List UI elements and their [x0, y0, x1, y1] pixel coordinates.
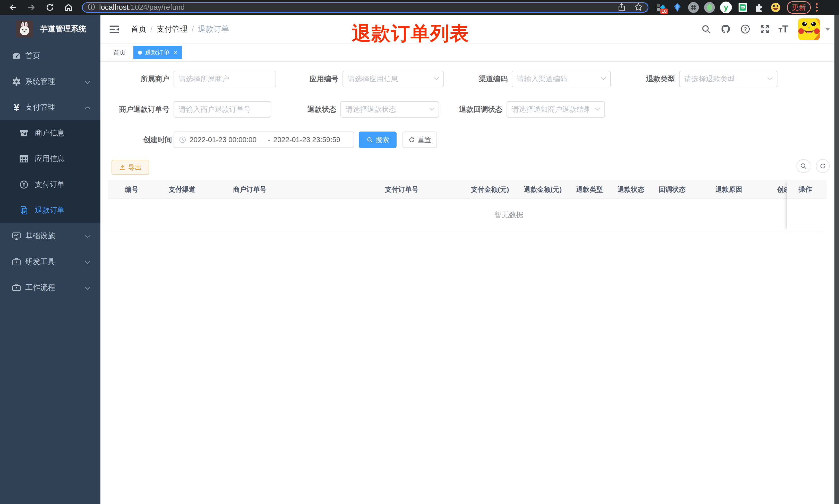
extension-command-icon[interactable]: [688, 2, 699, 13]
channel-select[interactable]: 请输入渠道编码: [512, 71, 611, 87]
chevron-down-icon: [85, 77, 91, 86]
reload-icon[interactable]: [44, 2, 56, 13]
tags-view-bar: 首页 退款订单 ×: [101, 44, 834, 61]
search-button[interactable]: 搜索: [359, 131, 397, 148]
home-icon[interactable]: [63, 2, 74, 13]
dashboard-icon: [11, 50, 22, 61]
sidebar-item-label: 工作流程: [25, 282, 55, 293]
sidebar-item-merchant-info[interactable]: 商户信息: [0, 120, 101, 146]
svg-text:?: ?: [744, 26, 747, 32]
table-search-toggle-button[interactable]: [797, 159, 810, 173]
extension-chat-icon[interactable]: [737, 2, 748, 13]
col-header-id: 编号: [125, 180, 138, 199]
chevron-down-icon: [85, 258, 91, 266]
sidebar-item-payment[interactable]: ¥ 支付管理: [0, 94, 101, 120]
user-avatar[interactable]: [798, 18, 820, 40]
filter-notify-status: 退款回调状态 请选择通知商户退款结果: [457, 101, 605, 118]
document-copy-icon: [18, 205, 30, 216]
col-header-callback-status: 回调状态: [659, 180, 685, 199]
filter-refund-type: 退款类型 请选择退款类型: [642, 71, 778, 87]
sidebar-item-refund-order[interactable]: 退款订单: [0, 197, 101, 223]
col-header-refund-status: 退款状态: [618, 180, 644, 199]
filter-label: 创建时间: [143, 135, 174, 145]
refund-status-select[interactable]: 请选择退款状态: [340, 101, 439, 118]
back-icon[interactable]: [7, 2, 19, 13]
sidebar-item-home[interactable]: 首页: [0, 43, 101, 69]
tab-home[interactable]: 首页: [109, 46, 130, 59]
extension-record-icon[interactable]: [704, 2, 715, 13]
share-icon[interactable]: [617, 3, 626, 12]
page-annotation-title: 退款订单列表: [352, 21, 469, 47]
col-header-create-time: 创建时间: [777, 180, 787, 199]
tab-refund-order[interactable]: 退款订单 ×: [133, 46, 182, 59]
search-icon[interactable]: [700, 23, 712, 35]
sidebar: 芋道管理系统 首页 系统管理 ¥ 支付管理 商户信息: [0, 15, 101, 504]
col-header-merchant-order: 商户订单号: [233, 180, 267, 199]
fullscreen-icon[interactable]: [759, 23, 771, 35]
merchant-input[interactable]: 请选择所属商户: [174, 71, 276, 87]
sidebar-item-system[interactable]: 系统管理: [0, 69, 101, 94]
sidebar-item-workflow[interactable]: 工作流程: [0, 275, 101, 300]
chevron-down-icon: [85, 232, 91, 240]
sidebar-item-label: 基础设施: [25, 231, 55, 241]
table-header-row: 编号 支付渠道 商户订单号 支付订单号 支付金额(元) 退款金额(元) 退款类型…: [108, 180, 827, 199]
address-bar[interactable]: localhost:1024/pay/refund: [82, 2, 648, 13]
sidebar-item-pay-order[interactable]: 支付订单: [0, 172, 101, 197]
profile-emoji-icon[interactable]: [770, 2, 781, 13]
storefront-icon: [18, 127, 30, 139]
date-end-value[interactable]: 2022-01-23 23:59:59: [273, 136, 348, 144]
tab-close-icon[interactable]: ×: [173, 49, 177, 56]
monitor-chart-icon: [11, 230, 22, 242]
filter-merchant: 所属商户 请选择所属商户: [139, 71, 276, 87]
browser-update-button[interactable]: 更新: [787, 1, 811, 14]
merchant-refund-no-input[interactable]: 请输入商户退款订单号: [174, 101, 271, 118]
bookmark-star-icon[interactable]: [634, 2, 643, 13]
github-icon[interactable]: [720, 23, 732, 35]
app-logo[interactable]: 芋道管理系统: [0, 15, 101, 43]
sidebar-item-app-info[interactable]: 应用信息: [0, 146, 101, 172]
date-start-value[interactable]: 2022-01-23 00:00:00: [190, 136, 265, 144]
browser-menu-icon[interactable]: [816, 3, 818, 12]
help-icon[interactable]: ?: [739, 23, 751, 35]
breadcrumb-home[interactable]: 首页: [131, 24, 146, 35]
date-separator: -: [268, 136, 270, 144]
filter-merchant-refund-no: 商户退款订单号 请输入商户退款订单号: [116, 101, 271, 118]
extension-badge: 10: [660, 8, 668, 14]
breadcrumb-separator: /: [150, 25, 153, 34]
site-info-icon[interactable]: [87, 3, 95, 12]
filter-label: 所属商户: [139, 74, 174, 84]
avatar-caret-icon[interactable]: [825, 28, 830, 31]
extension-y-icon[interactable]: y: [720, 2, 732, 13]
refund-type-select[interactable]: 请选择退款类型: [679, 71, 778, 87]
browser-scrollbar[interactable]: [834, 15, 839, 504]
sidebar-item-label: 研发工具: [25, 257, 55, 267]
app-select[interactable]: 请选择应用信息: [342, 71, 444, 87]
date-range-picker[interactable]: 2022-01-23 00:00:00 - 2022-01-23 23:59:5…: [174, 131, 354, 148]
navbar-actions: ? TT: [693, 15, 830, 43]
forward-icon[interactable]: [26, 2, 37, 13]
sidebar-item-dev-tools[interactable]: 研发工具: [0, 249, 101, 275]
screen: localhost:1024/pay/refund 10: [0, 0, 839, 504]
extension-gem-icon[interactable]: [672, 2, 683, 13]
table-refresh-button[interactable]: [816, 159, 830, 173]
sidebar-fold-icon[interactable]: [109, 24, 120, 35]
url-text[interactable]: localhost:1024/pay/refund: [99, 3, 185, 12]
tab-active-dot: [138, 51, 142, 55]
reset-button[interactable]: 重置: [403, 131, 437, 148]
app-title: 芋道管理系统: [40, 24, 86, 34]
sidebar-submenu-payment: 商户信息 应用信息 支付订单 退款订单: [0, 120, 101, 223]
table-grid-icon: [18, 153, 30, 164]
sidebar-item-infrastructure[interactable]: 基础设施: [0, 223, 101, 249]
main-content: 首页 / 支付管理 / 退款订单 退款订单列表 ?: [101, 15, 834, 504]
extensions-puzzle-icon[interactable]: [753, 2, 765, 13]
notify-status-select[interactable]: 请选择通知商户退款结果: [506, 101, 605, 118]
chevron-down-icon: [85, 283, 91, 292]
export-button[interactable]: 导出: [111, 160, 149, 175]
breadcrumb-payment[interactable]: 支付管理: [157, 24, 188, 35]
col-header-refund-type: 退款类型: [576, 180, 603, 199]
clock-icon: [179, 136, 186, 144]
extension-diamond-icon[interactable]: 10: [655, 2, 666, 13]
font-size-icon[interactable]: TT: [779, 24, 788, 34]
filter-label: 渠道编码: [476, 74, 512, 84]
filter-label: 退款类型: [642, 74, 679, 84]
